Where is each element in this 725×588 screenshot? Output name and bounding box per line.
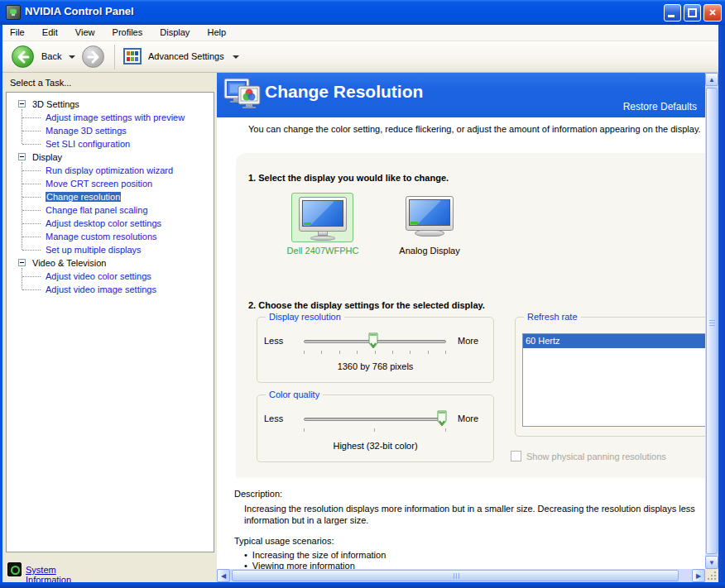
minimize-icon [668, 15, 675, 17]
tree-item-manage-3d-settings[interactable]: Manage 3D settings [7, 124, 214, 137]
scroll-right-icon: ▶ [696, 572, 701, 580]
scenario-bullet-2: Viewing more information [244, 561, 355, 569]
task-panel: Select a Task... 3D Settings Adjust imag… [2, 73, 217, 582]
close-icon: ✕ [708, 7, 716, 17]
tree-section-video-television[interactable]: Video & Television [7, 256, 214, 270]
menu-edit[interactable]: Edit [35, 25, 65, 41]
menu-display[interactable]: Display [152, 25, 197, 41]
display-analog-icon[interactable] [404, 196, 455, 237]
tree-item-run-display-optimization-wizard[interactable]: Run display optimization wizard [7, 164, 214, 177]
collapse-icon[interactable] [18, 153, 26, 160]
color-quality-less-label: Less [264, 414, 283, 423]
tree-group-3d-settings: 3D Settings Adjust image settings with p… [7, 98, 214, 151]
panning-checkbox-label: Show physical panning resolutions [526, 452, 666, 461]
display-dell-icon[interactable] [297, 197, 348, 241]
title-bar[interactable]: NVIDIA Control Panel ✕ [0, 0, 725, 25]
scroll-right-button[interactable]: ▶ [692, 569, 705, 582]
scenarios-label: Typical usage scenarios: [234, 536, 334, 546]
toolbar: Back Advanced Settings [2, 41, 718, 73]
tree-item-change-resolution[interactable]: Change resolution [7, 190, 214, 203]
tree-item-adjust-image-settings[interactable]: Adjust image settings with preview [7, 111, 214, 124]
display-dell-selected-box[interactable] [291, 193, 353, 242]
forward-arrow-icon [86, 50, 101, 65]
refresh-rate-option-60hz[interactable]: 60 Hertz [523, 334, 705, 348]
tree-item-set-up-multiple-displays[interactable]: Set up multiple displays [7, 243, 214, 256]
panning-checkbox-row: Show physical panning resolutions [511, 451, 705, 462]
refresh-rate-listbox[interactable]: 60 Hertz [522, 333, 705, 427]
page-subtitle: You can change the color setting, reduce… [248, 124, 702, 134]
resolution-slider-thumb[interactable] [368, 332, 378, 349]
tree-item-move-crt-screen-position[interactable]: Move CRT screen position [7, 177, 214, 190]
task-panel-header: Select a Task... [10, 78, 71, 88]
maximize-button[interactable] [684, 4, 701, 22]
nvidia-control-panel-window: NVIDIA Control Panel ✕ File Edit View Pr… [0, 0, 725, 588]
page-title: Change Resolution [265, 82, 423, 102]
scroll-down-icon: ▼ [708, 559, 715, 566]
window-bottom-border [0, 582, 725, 588]
tree-item-adjust-desktop-color-settings[interactable]: Adjust desktop color settings [7, 217, 214, 230]
refresh-rate-group: Refresh rate 60 Hertz [515, 317, 705, 437]
menu-file[interactable]: File [2, 25, 32, 41]
back-dropdown-caret[interactable] [69, 55, 75, 59]
scroll-up-button[interactable]: ▲ [705, 73, 718, 86]
content-area: Change Resolution Restore Defaults You c… [217, 73, 705, 569]
close-button[interactable]: ✕ [703, 4, 722, 22]
tree-group-display: Display Run display optimization wizard … [7, 151, 214, 256]
menu-help[interactable]: Help [199, 25, 233, 41]
forward-button[interactable] [82, 45, 104, 68]
color-quality-label: Color quality [266, 390, 323, 399]
tree-section-3d-settings[interactable]: 3D Settings [7, 98, 214, 111]
task-tree: 3D Settings Adjust image settings with p… [6, 92, 214, 552]
description-label: Description: [234, 489, 282, 499]
scroll-left-button[interactable]: ◀ [217, 569, 230, 582]
app-icon [6, 5, 21, 20]
display-resolution-group: Display resolution Less More 1360 by 768… [257, 317, 494, 383]
color-quality-slider-thumb[interactable] [437, 410, 447, 427]
scroll-up-icon: ▲ [708, 76, 715, 84]
collapse-icon[interactable] [18, 100, 26, 108]
change-resolution-icon [222, 76, 263, 114]
advanced-settings-caret[interactable] [233, 55, 239, 59]
collapse-icon[interactable] [18, 259, 26, 266]
display-resolution-label: Display resolution [266, 312, 344, 322]
tree-item-manage-custom-resolutions[interactable]: Manage custom resolutions [7, 230, 214, 243]
toolbar-separator [114, 45, 115, 69]
scroll-down-button[interactable]: ▼ [705, 556, 718, 569]
tree-item-set-sli-configuration[interactable]: Set SLI configuration [7, 137, 214, 151]
minimize-button[interactable] [664, 4, 681, 22]
settings-panel: 1. Select the display you would like to … [236, 153, 705, 478]
tree-item-adjust-video-color-settings[interactable]: Adjust video color settings [7, 270, 214, 283]
tree-item-change-flat-panel-scaling[interactable]: Change flat panel scaling [7, 203, 214, 217]
display-analog-label[interactable]: Analog Display [380, 246, 479, 256]
tree-group-video-television: Video & Television Adjust video color se… [7, 256, 214, 296]
menu-view[interactable]: View [68, 25, 103, 41]
back-label[interactable]: Back [41, 51, 61, 61]
tree-section-display[interactable]: Display [7, 151, 214, 164]
display-dell-label[interactable]: Dell 2407WFPHC [273, 246, 372, 256]
maximize-icon [688, 8, 697, 17]
window-right-border [718, 25, 725, 588]
advanced-settings-label[interactable]: Advanced Settings [148, 51, 224, 61]
resolution-less-label: Less [264, 336, 283, 346]
color-quality-slider-track[interactable] [304, 418, 446, 421]
horizontal-scrollbar-thumb[interactable] [232, 570, 679, 581]
vertical-scrollbar[interactable]: ▲ ▼ [705, 73, 718, 569]
back-arrow-icon [16, 50, 31, 65]
system-information-icon [7, 562, 22, 576]
restore-defaults-link[interactable]: Restore Defaults [623, 101, 697, 112]
color-quality-group: Color quality Less More Highest (32-bit … [257, 394, 494, 462]
back-button[interactable] [12, 45, 34, 68]
resolution-more-label: More [458, 336, 478, 346]
scroll-left-icon: ◀ [221, 572, 226, 580]
menu-bar: File Edit View Profiles Display Help [2, 25, 718, 41]
vertical-scrollbar-thumb[interactable] [706, 88, 718, 554]
color-quality-value: Highest (32-bit color) [299, 441, 452, 451]
scenario-bullet-1: Increasing the size of information [244, 550, 386, 560]
menu-profiles[interactable]: Profiles [105, 25, 151, 41]
panning-checkbox[interactable] [511, 451, 521, 461]
window-title: NVIDIA Control Panel [25, 5, 134, 17]
horizontal-scrollbar[interactable]: ◀ ▶ [217, 569, 705, 582]
tree-item-adjust-video-image-settings[interactable]: Adjust video image settings [7, 283, 214, 296]
resize-grip[interactable] [705, 569, 718, 582]
description-text: Increasing the resolution displays more … [244, 503, 701, 526]
